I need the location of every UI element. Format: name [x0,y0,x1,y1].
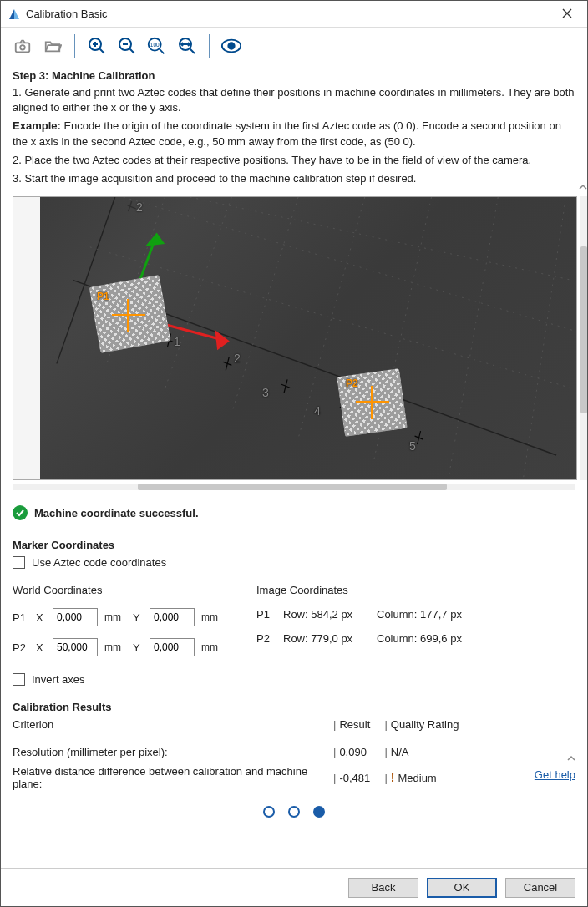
content-area: Step 3: Machine Calibration 1. Generate … [1,64,587,868]
criterion-resolution: Resolution (millimeter per pixel): [13,746,330,758]
axis-x: X [36,611,46,624]
svg-line-24 [165,197,232,388]
use-aztec-checkbox[interactable] [13,556,25,569]
toggle-view-icon[interactable] [218,33,245,59]
quality-resolution: N/A [391,746,575,758]
warning-icon: ! [391,771,395,784]
axis-x: X [36,641,46,654]
axis-tick: 3 [262,386,269,399]
scroll-up-icon[interactable] [579,183,587,193]
svg-point-8 [228,43,234,48]
step-heading: Step 3: Machine Calibration [13,69,575,82]
invert-axes-checkbox[interactable] [13,673,25,686]
world-coords-head: World Coordinates [13,584,223,596]
close-icon[interactable] [554,7,580,22]
result-row-resolution: Resolution (millimeter per pixel): | 0,0… [13,746,575,758]
p1-label: P1 [256,608,273,621]
zoom-100-icon[interactable]: 100 [144,33,170,59]
h-scrollbar[interactable] [13,484,575,490]
coordinates-grid: World Coordinates P1 X mm Y mm P2 X mm Y [13,584,575,668]
success-icon [13,505,28,520]
world-p2-row: P2 X mm Y mm [13,638,223,656]
v-scrollbar[interactable] [580,196,587,480]
axis-tick: 2 [234,352,241,365]
ok-button[interactable]: OK [427,878,497,898]
back-button[interactable]: Back [348,878,418,898]
world-p1-row: P1 X mm Y mm [13,608,223,626]
pager-dot-3[interactable] [313,806,325,818]
unit-mm: mm [104,611,126,623]
instruction-example: Example: Encode the origin of the coordi… [13,119,575,149]
p1-col-value: Column: 177,7 px [377,608,485,621]
marker-coords-heading: Marker Coordinates [13,539,575,551]
unit-mm: mm [201,641,223,653]
image-canvas-wrapper: 2 2 1 3 4 5 P1 P2 [13,196,575,480]
criterion-header: Criterion [13,718,330,731]
image-canvas[interactable]: 2 2 1 3 4 5 P1 P2 [13,196,577,480]
result-resolution: 0,090 [339,746,381,758]
zoom-out-icon[interactable] [114,33,140,59]
snapshot-icon[interactable] [9,33,36,59]
use-aztec-label: Use Aztec code coordinates [32,556,166,569]
svg-point-1 [20,45,25,50]
result-row-distance: Relative distance difference between cal… [13,765,575,790]
use-aztec-row: Use Aztec code coordinates [13,556,575,569]
pager-dot-1[interactable] [263,806,275,818]
marker-cross-p1 [112,299,145,332]
results-header-row: Criterion | Result | Quality Rating [13,718,575,731]
image-coords-col: Image Coordinates P1 Row: 584,2 px Colum… [256,584,485,668]
v-scrollbar-thumb[interactable] [580,246,587,413]
results-heading: Calibration Results [13,701,575,713]
result-distance: -0,481 [339,772,381,784]
criterion-distance: Relative distance difference between cal… [13,765,330,790]
p1-x-input[interactable] [53,608,98,626]
image-coords-head: Image Coordinates [256,584,485,596]
axis-tick: 4 [314,404,321,418]
results-section: Calibration Results Criterion | Result |… [13,701,575,790]
p2-label: P2 [13,641,29,654]
titlebar: Calibration Basic [1,1,587,28]
pager-dot-2[interactable] [288,806,300,818]
footer: Back OK Cancel [1,868,587,906]
svg-rect-0 [16,43,30,52]
image-p1-row: P1 Row: 584,2 px Column: 177,7 px [256,608,485,621]
image-p2-row: P2 Row: 779,0 px Column: 699,6 px [256,632,485,645]
axis-tick: 1 [174,335,180,348]
p1-row-value: Row: 584,2 px [283,608,367,621]
svg-line-28 [448,197,498,480]
instruction-2: 2. Place the two Aztec codes at their re… [13,153,575,168]
axis-y: Y [133,641,143,654]
world-coords-col: World Coordinates P1 X mm Y mm P2 X mm Y [13,584,223,668]
toolbar: 100 [1,28,587,64]
svg-marker-36 [149,235,163,245]
zoom-fit-icon[interactable] [174,33,200,59]
axis-tick: 5 [409,439,416,453]
p1-y-input[interactable] [150,608,195,626]
p2-y-input[interactable] [150,638,195,656]
app-icon [8,8,21,21]
invert-axes-label: Invert axes [32,673,85,686]
open-folder-icon[interactable] [39,33,66,59]
get-help-link[interactable]: Get help [535,768,575,781]
window-title: Calibration Basic [26,8,554,20]
invert-axes-row: Invert axes [13,673,575,686]
h-scrollbar-thumb[interactable] [138,484,447,490]
p1-label: P1 [13,611,29,624]
unit-mm: mm [104,641,126,653]
toolbar-separator [209,34,210,58]
svg-text:100: 100 [150,42,160,48]
example-text: Encode the origin of the coordinate syst… [13,119,561,147]
svg-line-31 [124,197,573,330]
collapse-up-icon[interactable] [567,754,575,764]
p2-row-value: Row: 779,0 px [283,632,367,645]
cancel-button[interactable]: Cancel [505,878,575,898]
quality-header: Quality Rating [391,718,575,731]
p2-label: P2 [256,632,273,645]
instruction-3: 3. Start the image acquisition and proce… [13,171,575,186]
zoom-in-icon[interactable] [84,33,110,59]
toolbar-separator [74,34,75,58]
p2-x-input[interactable] [53,638,98,656]
axis-y: Y [133,611,143,624]
marker-cross-p2 [356,386,389,419]
unit-mm: mm [201,611,223,623]
